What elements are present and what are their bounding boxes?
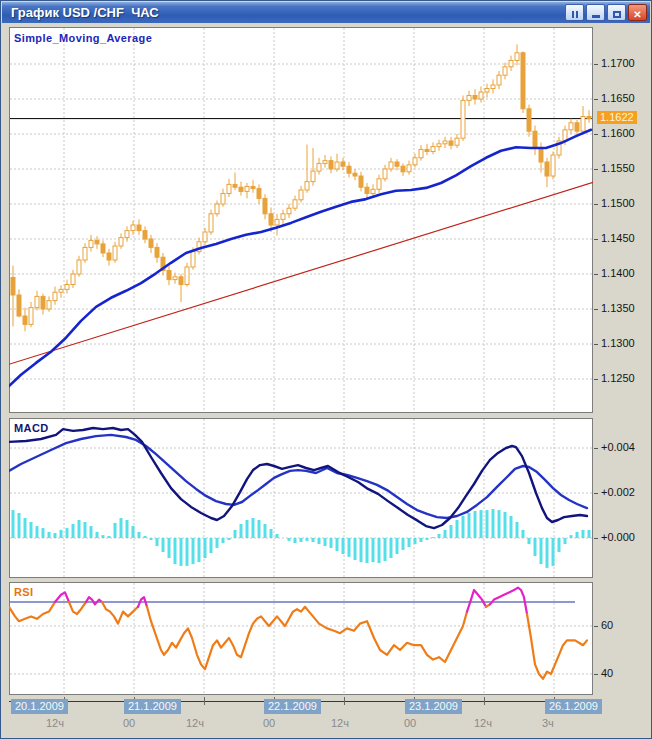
y-axis-label: 1.1600 (601, 127, 635, 139)
time-label: 12ч (331, 717, 349, 729)
time-label: 00 (404, 717, 416, 729)
axis-tick (594, 344, 598, 345)
current-price-tag: 1.1622 (597, 111, 637, 124)
maximize-button[interactable] (607, 4, 626, 21)
axis-tick (594, 134, 598, 135)
time-label: 3ч (542, 717, 554, 729)
time-label: 12ч (474, 717, 492, 729)
axis-tick (594, 674, 598, 675)
axis-tick (204, 697, 205, 705)
y-axis-label: 1.1700 (601, 57, 635, 69)
axis-tick (594, 538, 598, 539)
time-label: 00 (123, 717, 135, 729)
minimize-icon (592, 4, 600, 22)
axis-tick (594, 64, 598, 65)
axis-tick (594, 493, 598, 494)
close-icon (633, 4, 641, 22)
axis-tick (484, 697, 485, 705)
axis-tick (594, 169, 598, 170)
y-axis-label: 40 (601, 667, 613, 679)
minimize-button[interactable] (586, 4, 605, 21)
sma-panel-label: Simple_Moving_Average (14, 32, 152, 44)
price-chart[interactable] (9, 27, 593, 413)
axis-tick (594, 379, 598, 380)
date-label: 20.1.2009 (11, 699, 68, 714)
date-label: 26.1.2009 (545, 699, 602, 714)
y-axis-label: 1.1550 (601, 162, 635, 174)
date-label: 22.1.2009 (264, 699, 321, 714)
y-axis-label: 1.1450 (601, 232, 635, 244)
y-axis-label: 1.1350 (601, 302, 635, 314)
macd-panel-label: MACD (14, 422, 49, 434)
window-controls (563, 4, 647, 22)
date-label: 21.1.2009 (124, 699, 181, 714)
window-title: График USD /CHF ЧАС (5, 5, 563, 20)
y-axis-label: 1.1250 (601, 372, 635, 384)
axis-tick (594, 309, 598, 310)
y-axis-label: +0.000 (601, 531, 635, 543)
y-axis-label: 1.1400 (601, 267, 635, 279)
chart-window: График USD /CHF ЧАС Simple_Moving_Averag… (0, 0, 652, 739)
pause-button[interactable] (565, 4, 584, 21)
macd-chart[interactable] (9, 418, 593, 578)
maximize-icon (613, 4, 621, 22)
date-label: 23.1.2009 (405, 699, 462, 714)
y-axis-label: 1.1300 (601, 337, 635, 349)
axis-tick (594, 626, 598, 627)
window-titlebar[interactable]: График USD /CHF ЧАС (2, 2, 650, 23)
y-axis-label: 60 (601, 619, 613, 631)
pause-icon (571, 4, 579, 22)
rsi-panel-label: RSI (14, 586, 34, 598)
axis-tick (594, 204, 598, 205)
axis-tick (344, 697, 345, 705)
y-axis-label: 1.1650 (601, 92, 635, 104)
time-label: 12ч (46, 717, 64, 729)
axis-tick (594, 99, 598, 100)
close-button[interactable] (628, 4, 647, 21)
axis-tick (594, 274, 598, 275)
y-axis-label: 1.1500 (601, 197, 635, 209)
y-axis-label: +0.002 (601, 486, 635, 498)
rsi-chart[interactable] (9, 582, 593, 695)
axis-tick (594, 239, 598, 240)
time-label: 12ч (186, 717, 204, 729)
y-axis-label: +0.004 (601, 441, 635, 453)
axis-tick (594, 448, 598, 449)
time-label: 00 (263, 717, 275, 729)
